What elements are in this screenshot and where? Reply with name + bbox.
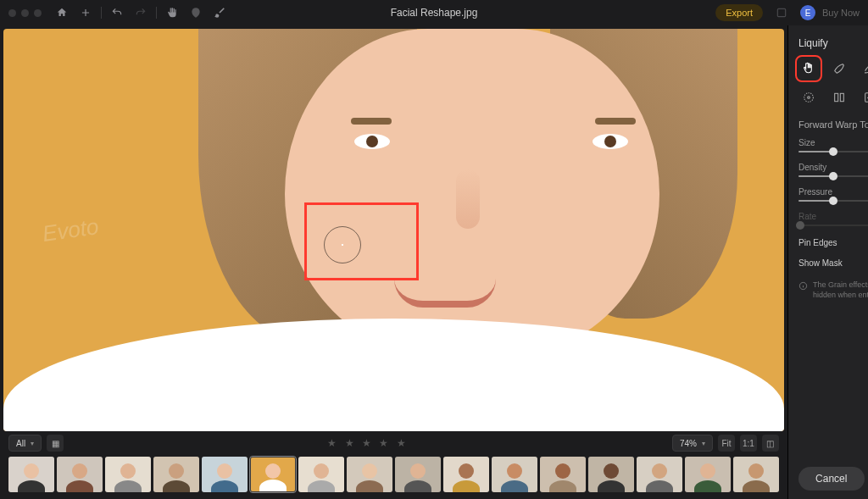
thumbnail-item[interactable] xyxy=(8,457,54,492)
thumbnail-item[interactable] xyxy=(685,457,731,492)
buy-now-button[interactable]: Buy Now xyxy=(822,8,860,18)
redo-icon[interactable] xyxy=(133,5,148,20)
panel-title: Liquify xyxy=(798,37,828,49)
hand-tool-icon[interactable] xyxy=(164,5,180,20)
liquify-panel: Liquify Forward Warp Tool Size200 Densit… xyxy=(787,25,868,499)
add-icon[interactable] xyxy=(78,5,93,20)
forward-warp-tool[interactable] xyxy=(798,58,819,79)
undo-icon[interactable] xyxy=(109,5,125,20)
thumbnail-item[interactable] xyxy=(540,457,586,492)
push-left-tool[interactable] xyxy=(829,87,849,108)
export-button[interactable]: Export xyxy=(715,4,763,21)
thumbnail-item[interactable] xyxy=(492,457,537,492)
density-slider[interactable]: Density25 xyxy=(798,163,868,177)
thumbnail-strip[interactable] xyxy=(3,455,784,496)
highlight-box xyxy=(304,202,419,280)
layout-toggle-button[interactable]: ◫ xyxy=(762,435,779,452)
svg-rect-0 xyxy=(777,8,785,16)
thumbnail-item[interactable] xyxy=(733,457,779,492)
cancel-button[interactable]: Cancel xyxy=(798,467,865,491)
rate-slider: Rate1 xyxy=(798,212,868,226)
fit-button[interactable]: Fit xyxy=(718,435,735,452)
pressure-slider[interactable]: Pressure25 xyxy=(798,187,868,202)
info-note: The Grain effects will be temporarily hi… xyxy=(798,280,868,300)
image-canvas[interactable]: Evoto xyxy=(3,29,784,431)
thumbnail-item[interactable] xyxy=(443,457,489,492)
thumbnail-item[interactable] xyxy=(395,457,441,492)
thumbnail-item[interactable] xyxy=(202,457,248,492)
rating-stars[interactable]: ★ ★ ★ ★ ★ xyxy=(327,437,408,449)
user-avatar[interactable]: E xyxy=(800,5,815,20)
canvas-sub-toolbar: All▾ ▦ ★ ★ ★ ★ ★ 74%▾ Fit 1:1 ◫ xyxy=(3,431,784,455)
svg-rect-4 xyxy=(840,93,843,101)
compare-icon[interactable] xyxy=(774,5,789,20)
brush-tool-icon[interactable] xyxy=(212,5,227,20)
svg-rect-3 xyxy=(835,93,838,101)
svg-point-1 xyxy=(804,93,814,103)
thumbnail-item[interactable] xyxy=(57,457,103,492)
pucker-tool[interactable] xyxy=(798,87,819,108)
thumbnail-item[interactable] xyxy=(153,457,199,492)
pin-edges-toggle[interactable]: Pin Edges xyxy=(798,236,868,248)
filter-dropdown[interactable]: All▾ xyxy=(8,435,42,452)
thumbnail-item[interactable] xyxy=(637,457,682,492)
show-mask-toggle[interactable]: Show Mask xyxy=(798,257,868,269)
tool-section-title: Forward Warp Tool xyxy=(798,119,868,130)
one-to-one-button[interactable]: 1:1 xyxy=(740,435,757,452)
svg-point-2 xyxy=(808,97,810,99)
home-icon[interactable] xyxy=(54,5,70,20)
thumbnail-item[interactable] xyxy=(347,457,392,492)
window-controls[interactable] xyxy=(8,9,42,17)
thumbnail-mode-button[interactable]: ▦ xyxy=(47,435,64,452)
thumbnail-item[interactable] xyxy=(250,457,296,492)
freeze-mask-tool[interactable] xyxy=(860,87,868,108)
thumbnail-item[interactable] xyxy=(105,457,151,492)
size-slider[interactable]: Size200 xyxy=(798,138,868,152)
smooth-tool[interactable] xyxy=(860,58,868,79)
thumbnail-item[interactable] xyxy=(298,457,344,492)
mask-tool-icon[interactable] xyxy=(188,5,203,20)
file-title: Facial Reshape.jpg xyxy=(391,7,478,19)
reconstruct-tool[interactable] xyxy=(829,58,849,79)
zoom-dropdown[interactable]: 74%▾ xyxy=(672,435,713,452)
thumbnail-item[interactable] xyxy=(588,457,634,492)
